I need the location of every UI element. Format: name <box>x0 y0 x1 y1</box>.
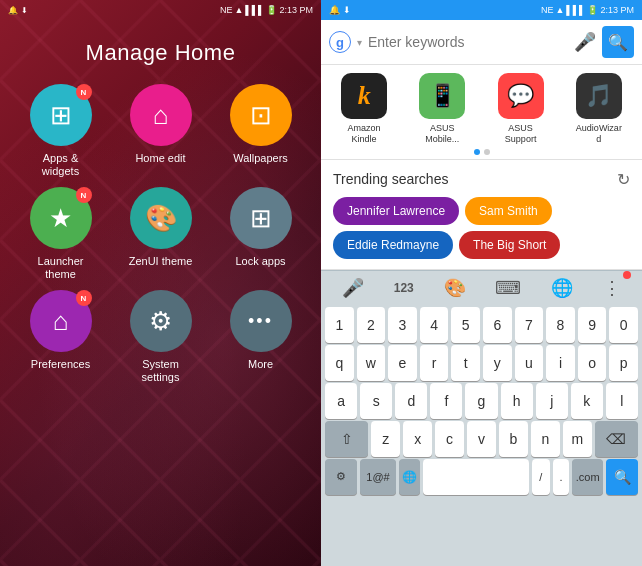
key-m[interactable]: m <box>563 421 592 457</box>
keyboard-keyboard-btn[interactable]: ⌨ <box>489 275 527 301</box>
lock-apps-icon[interactable]: ⊞ <box>230 187 292 249</box>
kindle-icon[interactable]: k <box>341 73 387 119</box>
right-battery-icon: 🔋 <box>587 5 598 15</box>
dot-indicators <box>325 149 638 155</box>
wallpapers-label: Wallpapers <box>233 152 288 165</box>
key-o[interactable]: o <box>578 345 607 381</box>
key-symbols-btn[interactable]: 1@# <box>360 459 397 495</box>
apps-widgets-item[interactable]: ⊞ N Apps &widgets <box>21 84 101 179</box>
kindle-label: AmazonKindle <box>348 123 381 145</box>
key-g[interactable]: g <box>465 383 497 419</box>
asus-mobile-label: ASUSMobile... <box>425 123 459 145</box>
mic-icon[interactable]: 🎤 <box>574 31 596 53</box>
key-4[interactable]: 4 <box>420 307 449 343</box>
key-9[interactable]: 9 <box>578 307 607 343</box>
key-lang-btn[interactable]: 🌐 <box>399 459 420 495</box>
search-button[interactable]: 🔍 <box>602 26 634 58</box>
keyboard-more-btn[interactable]: ⋮ <box>597 275 627 301</box>
asus-mobile-icon[interactable]: 📱 <box>419 73 465 119</box>
key-8[interactable]: 8 <box>546 307 575 343</box>
more-icon[interactable]: ••• <box>230 290 292 352</box>
refresh-icon[interactable]: ↻ <box>617 170 630 189</box>
key-a[interactable]: a <box>325 383 357 419</box>
key-e[interactable]: e <box>388 345 417 381</box>
key-u[interactable]: u <box>515 345 544 381</box>
right-signal-icon: ▌▌▌ <box>566 5 585 15</box>
key-7[interactable]: 7 <box>515 307 544 343</box>
key-r[interactable]: r <box>420 345 449 381</box>
home-edit-icon[interactable]: ⌂ <box>130 84 192 146</box>
launcher-theme-icon[interactable]: ★ N <box>30 187 92 249</box>
key-shift[interactable]: ⇧ <box>325 421 368 457</box>
system-settings-item[interactable]: ⚙ Systemsettings <box>121 290 201 385</box>
more-item[interactable]: ••• More <box>221 290 301 385</box>
key-d[interactable]: d <box>395 383 427 419</box>
key-1[interactable]: 1 <box>325 307 354 343</box>
key-3[interactable]: 3 <box>388 307 417 343</box>
keyboard-theme-btn[interactable]: 🎨 <box>438 275 472 301</box>
key-5[interactable]: 5 <box>451 307 480 343</box>
audiowizard-icon[interactable]: 🎵 <box>576 73 622 119</box>
wallpapers-item[interactable]: ⊡ Wallpapers <box>221 84 301 179</box>
system-settings-icon[interactable]: ⚙ <box>130 290 192 352</box>
app-asus-mobile[interactable]: 📱 ASUSMobile... <box>408 73 476 145</box>
launcher-theme-label: Launchertheme <box>38 255 84 281</box>
key-h[interactable]: h <box>501 383 533 419</box>
key-f[interactable]: f <box>430 383 462 419</box>
keyboard-123-btn[interactable]: 123 <box>388 279 420 297</box>
home-edit-item[interactable]: ⌂ Home edit <box>121 84 201 179</box>
right-wifi-icon: ▲ <box>555 5 564 15</box>
key-p[interactable]: p <box>609 345 638 381</box>
key-backspace[interactable]: ⌫ <box>595 421 638 457</box>
key-2[interactable]: 2 <box>357 307 386 343</box>
key-q[interactable]: q <box>325 345 354 381</box>
preferences-icon[interactable]: ⌂ N <box>30 290 92 352</box>
apps-widgets-icon[interactable]: ⊞ N <box>30 84 92 146</box>
key-l[interactable]: l <box>606 383 638 419</box>
key-v[interactable]: v <box>467 421 496 457</box>
lock-apps-item[interactable]: ⊞ Lock apps <box>221 187 301 282</box>
key-0[interactable]: 0 <box>609 307 638 343</box>
key-x[interactable]: x <box>403 421 432 457</box>
key-slash[interactable]: / <box>532 459 550 495</box>
tag-eddie-redmayne[interactable]: Eddie Redmayne <box>333 231 453 259</box>
key-w[interactable]: w <box>357 345 386 381</box>
key-enter[interactable]: 🔍 <box>606 459 638 495</box>
key-com[interactable]: .com <box>572 459 604 495</box>
key-i[interactable]: i <box>546 345 575 381</box>
asus-support-icon[interactable]: 💬 <box>498 73 544 119</box>
battery-icon: 🔋 <box>266 5 277 15</box>
preferences-item[interactable]: ⌂ N Preferences <box>21 290 101 385</box>
key-n[interactable]: n <box>531 421 560 457</box>
key-s[interactable]: s <box>360 383 392 419</box>
keyboard: 1 2 3 4 5 6 7 8 9 0 q w e r t y u i o p … <box>321 305 642 566</box>
zenui-theme-icon[interactable]: 🎨 <box>130 187 192 249</box>
app-asus-support[interactable]: 💬 ASUSSupport <box>487 73 555 145</box>
zenui-theme-item[interactable]: 🎨 ZenUI theme <box>121 187 201 282</box>
key-space[interactable] <box>423 459 528 495</box>
preferences-label: Preferences <box>31 358 90 371</box>
dot-inactive <box>484 149 490 155</box>
key-settings-btn[interactable]: ⚙ <box>325 459 357 495</box>
key-b[interactable]: b <box>499 421 528 457</box>
tag-the-big-short[interactable]: The Big Short <box>459 231 560 259</box>
key-y[interactable]: y <box>483 345 512 381</box>
app-audiowizard[interactable]: 🎵 AudioWizard <box>565 73 633 145</box>
tag-sam-smith[interactable]: Sam Smith <box>465 197 552 225</box>
tag-jennifer-lawrence[interactable]: Jennifer Lawrence <box>333 197 459 225</box>
key-j[interactable]: j <box>536 383 568 419</box>
key-6[interactable]: 6 <box>483 307 512 343</box>
app-kindle[interactable]: k AmazonKindle <box>330 73 398 145</box>
keyboard-lang-btn[interactable]: 🌐 <box>545 275 579 301</box>
status-right-area: NE ▲ ▌▌▌ 🔋 2:13 PM <box>220 5 313 15</box>
key-c[interactable]: c <box>435 421 464 457</box>
key-z[interactable]: z <box>371 421 400 457</box>
launcher-theme-item[interactable]: ★ N Launchertheme <box>21 187 101 282</box>
key-k[interactable]: k <box>571 383 603 419</box>
key-t[interactable]: t <box>451 345 480 381</box>
search-input[interactable] <box>368 34 568 50</box>
keyboard-mic-btn[interactable]: 🎤 <box>336 275 370 301</box>
wallpapers-icon[interactable]: ⊡ <box>230 84 292 146</box>
key-period[interactable]: . <box>553 459 569 495</box>
launcher-badge: N <box>76 187 92 203</box>
